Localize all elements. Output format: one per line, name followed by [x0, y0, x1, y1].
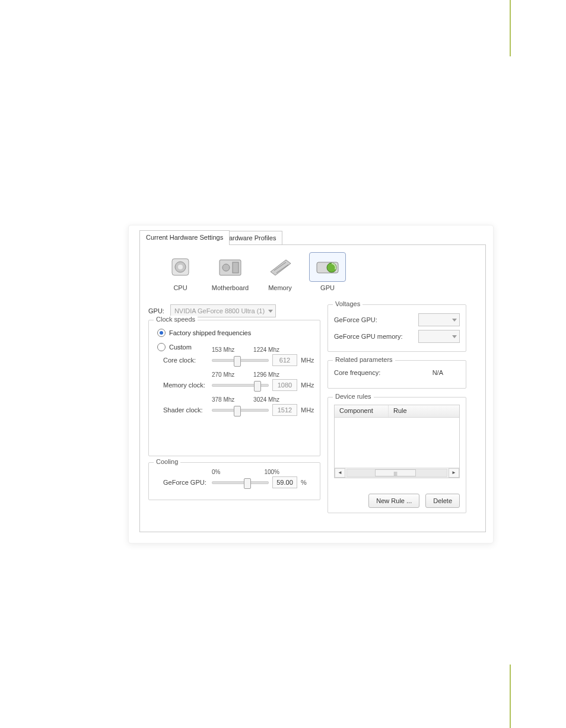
device-rules-buttons: New Rule ... Delete [368, 494, 460, 508]
new-rule-button[interactable]: New Rule ... [368, 494, 419, 508]
cooling-min: 0% [212, 469, 220, 475]
rules-col-rule[interactable]: Rule [389, 405, 459, 417]
core-clock-value[interactable]: 612 [272, 354, 297, 366]
voltage-gpu-mem-label: GeForce GPU memory: [334, 333, 403, 340]
gpu-select-value: NVIDIA GeForce 8800 Ultra (1) [174, 307, 265, 314]
memory-clock-max: 1296 Mhz [253, 371, 279, 378]
shader-clock-min: 378 Mhz [212, 396, 234, 403]
slider-thumb[interactable] [254, 381, 261, 392]
page-decor-rule-bottom [510, 665, 511, 728]
device-rules-table: Component Rule ◄ ||| ► [334, 405, 460, 478]
related-parameters-legend: Related parameters [333, 356, 395, 363]
memory-icon [262, 252, 298, 282]
slider-thumb[interactable] [244, 478, 251, 489]
core-clock-unit: MHz [301, 357, 314, 364]
memory-clock-slider[interactable] [212, 384, 269, 387]
device-rules-legend: Device rules [333, 393, 374, 400]
scroll-track[interactable]: ||| [346, 469, 447, 477]
shader-clock-unit: MHz [301, 406, 314, 414]
voltages-group: Voltages GeForce GPU: GeForce GPU memory… [327, 304, 466, 352]
shader-clock-value[interactable]: 1512 [272, 404, 297, 416]
chevron-down-icon [268, 310, 273, 313]
cooling-label: GeForce GPU: [163, 479, 208, 486]
voltages-legend: Voltages [333, 300, 363, 307]
svg-point-10 [327, 263, 336, 272]
cooling-slider[interactable] [212, 481, 269, 484]
gpu-select-label: GPU: [148, 307, 164, 314]
cooling-value[interactable]: 59.00 [272, 476, 297, 488]
svg-rect-5 [233, 262, 239, 273]
voltage-gpu-combo[interactable] [418, 313, 460, 326]
clock-speeds-group: Clock speeds Factory shipped frequencies… [148, 320, 320, 456]
related-parameters-group: Related parameters Core frequency: N/A [327, 360, 466, 389]
page-decor-rule-top [510, 0, 511, 56]
cpu-icon [162, 252, 199, 282]
voltage-gpu-mem-combo[interactable] [418, 330, 460, 343]
core-clock-slider[interactable] [212, 359, 269, 362]
shader-clock-label: Shader clock: [163, 406, 208, 414]
device-memory[interactable]: Memory [261, 252, 299, 291]
scroll-right-arrow-icon[interactable]: ► [449, 468, 459, 478]
memory-clock-unit: MHz [301, 382, 314, 389]
memory-clock-label: Memory clock: [163, 382, 208, 389]
svg-marker-6 [271, 260, 291, 275]
rules-col-component[interactable]: Component [335, 405, 389, 417]
shader-clock-max: 3024 Mhz [253, 396, 279, 403]
device-category-row: CPU Motherboard [161, 252, 346, 291]
core-clock-min: 153 Mhz [212, 346, 234, 353]
slider-thumb[interactable] [234, 406, 241, 417]
cooling-legend: Cooling [154, 458, 180, 465]
core-frequency-value: N/A [433, 369, 443, 376]
voltage-gpu-label: GeForce GPU: [334, 316, 377, 323]
settings-panel: Current Hardware Settings Hardware Profi… [128, 225, 494, 543]
device-motherboard-label: Motherboard [209, 284, 252, 291]
tab-strip: Current Hardware Settings Hardware Profi… [129, 225, 493, 244]
device-rules-header: Component Rule [335, 405, 459, 418]
memory-clock-min: 270 Mhz [212, 371, 234, 378]
motherboard-icon [212, 252, 249, 282]
device-motherboard[interactable]: Motherboard [209, 252, 252, 291]
cooling-max: 100% [264, 469, 279, 475]
svg-point-2 [178, 265, 183, 269]
shader-clock-slider[interactable] [212, 409, 269, 412]
scroll-grip[interactable]: ||| [375, 469, 416, 476]
radio-factory-label: Factory shipped frequencies [169, 329, 251, 336]
radio-factory-frequencies[interactable]: Factory shipped frequencies [157, 329, 320, 337]
chevron-down-icon [452, 335, 457, 338]
device-rules-group: Device rules Component Rule ◄ ||| ► New … [327, 397, 466, 513]
chevron-down-icon [452, 319, 457, 322]
radio-icon-checked [157, 329, 166, 337]
device-memory-label: Memory [261, 284, 299, 291]
svg-point-4 [222, 264, 230, 271]
gpu-icon [309, 252, 346, 282]
scroll-left-arrow-icon[interactable]: ◄ [335, 468, 345, 478]
clock-speeds-legend: Clock speeds [154, 316, 198, 323]
slider-thumb[interactable] [234, 356, 241, 367]
device-gpu-label: GPU [309, 284, 346, 291]
cooling-group: Cooling 0% 100% GeForce GPU: 59.00 % [148, 462, 320, 500]
delete-rule-button[interactable]: Delete [425, 494, 460, 508]
core-clock-max: 1224 Mhz [253, 346, 279, 353]
rules-horizontal-scrollbar[interactable]: ◄ ||| ► [335, 468, 459, 478]
tab-current-hardware[interactable]: Current Hardware Settings [139, 230, 230, 245]
cooling-unit: % [301, 479, 314, 486]
device-cpu-label: CPU [161, 284, 199, 291]
core-clock-label: Core clock: [163, 357, 208, 364]
memory-clock-value[interactable]: 1080 [272, 379, 297, 391]
core-frequency-label: Core frequency: [334, 369, 380, 376]
device-gpu[interactable]: GPU [309, 252, 346, 291]
tab-body: CPU Motherboard [139, 244, 486, 532]
device-cpu[interactable]: CPU [161, 252, 199, 291]
